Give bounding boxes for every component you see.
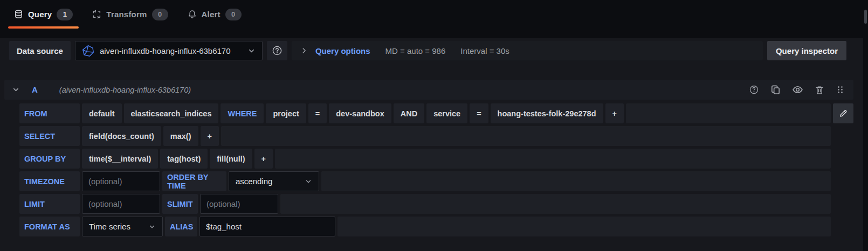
transform-icon: [92, 10, 101, 19]
where-condition-key[interactable]: project: [266, 103, 306, 123]
where-condition-operator[interactable]: =: [308, 103, 327, 123]
from-policy-segment[interactable]: default: [82, 103, 122, 123]
tab-transform[interactable]: Transform 0: [82, 0, 177, 29]
query-editor-pane: Data source aiven-influxdb-hoang-influx-…: [0, 38, 863, 251]
group-by-time-segment[interactable]: time($__interval): [82, 149, 158, 169]
eye-toggle-icon[interactable]: [792, 84, 803, 95]
trash-icon[interactable]: [815, 85, 824, 95]
add-group-by-button[interactable]: +: [254, 149, 273, 169]
help-circle-icon[interactable]: [749, 85, 759, 95]
row-filler: [321, 171, 831, 191]
tab-transform-label: Transform: [106, 10, 147, 19]
query-options-bar[interactable]: Query options MD = auto = 986 Interval =…: [292, 41, 763, 60]
collapse-query-icon[interactable]: [12, 86, 20, 94]
tab-transform-badge: 0: [152, 9, 168, 20]
add-condition-button[interactable]: +: [605, 103, 624, 123]
tab-query-badge: 1: [57, 9, 73, 20]
from-measurement-segment[interactable]: elasticsearch_indices: [124, 103, 219, 123]
query-options-md: MD = auto = 986: [385, 46, 446, 55]
select-keyword: SELECT: [19, 126, 80, 146]
where-keyword: WHERE: [221, 103, 264, 123]
tab-alert-label: Alert: [202, 10, 221, 19]
group-by-keyword: GROUP BY: [19, 149, 80, 169]
influxdb-logo-icon: [82, 45, 94, 57]
datasource-help-button[interactable]: [267, 41, 287, 60]
order-by-time-select[interactable]: ascending: [229, 171, 319, 191]
bell-icon: [188, 10, 197, 19]
from-row: FROM default elasticsearch_indices WHERE…: [19, 103, 831, 123]
toggle-text-edit-button[interactable]: [833, 103, 853, 123]
chevron-down-icon: [247, 47, 256, 55]
tab-alert[interactable]: Alert 0: [178, 0, 251, 29]
datasource-bar: Data source aiven-influxdb-hoang-influx-…: [9, 41, 846, 60]
datasource-picker[interactable]: aiven-influxdb-hoang-influx-63b6170: [75, 41, 263, 60]
order-by-time-value: ascending: [236, 177, 272, 186]
drag-handle-icon[interactable]: [836, 85, 845, 94]
influx-query-rows: FROM default elasticsearch_indices WHERE…: [19, 103, 831, 236]
limit-keyword: LIMIT: [19, 194, 80, 214]
row-filler: [626, 103, 831, 123]
query-inspector-button[interactable]: Query inspector: [767, 41, 846, 60]
timezone-row: TIMEZONE ORDER BY TIME ascending: [19, 171, 831, 191]
database-icon: [14, 10, 23, 19]
add-select-button[interactable]: +: [201, 126, 219, 146]
alias-keyword: ALIAS: [165, 217, 197, 236]
slimit-keyword: SLIMIT: [162, 194, 198, 214]
grafana-panel-query-editor: Query 1 Transform 0 Alert 0 Data source: [0, 0, 868, 251]
query-options-interval: Interval = 30s: [460, 46, 509, 55]
tab-alert-badge: 0: [225, 9, 242, 20]
row-filler: [221, 126, 831, 146]
select-row: SELECT field(docs_count) max() +: [19, 126, 831, 146]
select-aggregation-segment[interactable]: max(): [163, 126, 198, 146]
where-condition-value[interactable]: dev-sandbox: [329, 103, 391, 123]
query-header-row: A (aiven-influxdb-hoang-influx-63b6170): [4, 80, 853, 100]
tab-query[interactable]: Query 1: [4, 0, 82, 29]
timezone-input[interactable]: [82, 171, 160, 191]
editor-tabbar: Query 1 Transform 0 Alert 0: [0, 0, 863, 38]
row-filler: [280, 194, 831, 214]
group-by-tag-segment[interactable]: tag(host): [160, 149, 208, 169]
limit-input[interactable]: [82, 194, 160, 214]
copy-query-icon[interactable]: [770, 85, 781, 95]
select-field-segment[interactable]: field(docs_count): [82, 126, 161, 146]
where-condition-key[interactable]: service: [426, 103, 467, 123]
row-filler: [337, 217, 831, 236]
tab-query-label: Query: [28, 10, 52, 19]
slimit-input[interactable]: [200, 194, 278, 214]
timezone-keyword: TIMEZONE: [19, 171, 80, 191]
format-as-select[interactable]: Time series: [82, 217, 163, 236]
query-options-toggle[interactable]: Query options: [300, 46, 370, 55]
limit-row: LIMIT SLIMIT: [19, 194, 831, 214]
where-condition-connector[interactable]: AND: [394, 103, 424, 123]
format-as-keyword: FORMAT AS: [19, 217, 80, 236]
chevron-right-icon: [300, 47, 308, 54]
datasource-label: Data source: [9, 41, 71, 60]
query-options-label: Query options: [315, 46, 370, 55]
query-ref-id[interactable]: A: [32, 85, 38, 94]
chevron-down-icon: [305, 178, 312, 185]
pencil-icon: [839, 109, 848, 118]
row-filler: [275, 149, 831, 169]
group-by-fill-segment[interactable]: fill(null): [210, 149, 252, 169]
order-by-time-keyword: ORDER BY TIME: [162, 171, 226, 191]
active-tab-indicator: [8, 26, 79, 29]
group-by-row: GROUP BY time($__interval) tag(host) fil…: [19, 149, 831, 169]
query-header-actions: [749, 84, 845, 95]
help-circle-icon: [272, 45, 283, 56]
vertical-scrollbar[interactable]: [863, 0, 868, 251]
chevron-down-icon: [148, 223, 156, 231]
datasource-picker-value: aiven-influxdb-hoang-influx-63b6170: [100, 46, 231, 55]
format-as-value: Time series: [89, 222, 130, 231]
where-condition-value[interactable]: hoang-testes-folk-29e278d: [491, 103, 603, 123]
alias-input[interactable]: [199, 217, 335, 236]
scrollbar-thumb[interactable]: [864, 10, 867, 24]
where-condition-operator[interactable]: =: [470, 103, 488, 123]
query-datasource-hint: (aiven-influxdb-hoang-influx-63b6170): [59, 86, 191, 94]
format-as-row: FORMAT AS Time series ALIAS: [19, 217, 831, 236]
from-keyword: FROM: [19, 103, 80, 123]
